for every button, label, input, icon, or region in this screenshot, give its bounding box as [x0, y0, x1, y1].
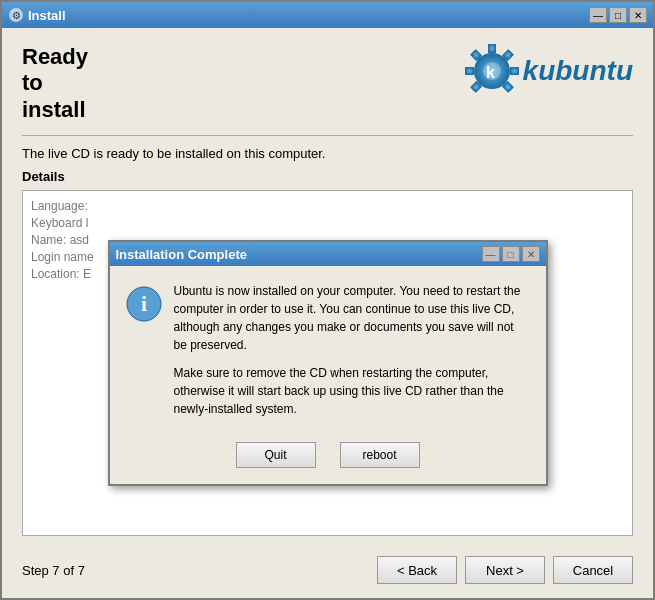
dialog-text-1: Ubuntu is now installed on your computer… [174, 282, 530, 354]
dialog-body: i Ubuntu is now installed on your comput… [110, 266, 546, 434]
subtitle-text: The live CD is ready to be installed on … [22, 146, 633, 161]
step-indicator: Step 7 of 7 [22, 563, 85, 578]
kubuntu-gear-icon: k [465, 44, 519, 98]
window-title: Install [28, 8, 66, 23]
dialog-maximize-button[interactable]: □ [502, 246, 520, 262]
title-bar-left: ⚙ Install [8, 7, 66, 23]
svg-rect-3 [488, 44, 496, 53]
reboot-button[interactable]: reboot [340, 442, 420, 468]
details-label: Details [22, 169, 633, 184]
minimize-button[interactable]: — [589, 7, 607, 23]
next-button[interactable]: Next > [465, 556, 545, 584]
title-bar-buttons[interactable]: — □ ✕ [589, 7, 647, 23]
maximize-button[interactable]: □ [609, 7, 627, 23]
dialog-text-2: Make sure to remove the CD when restarti… [174, 364, 530, 418]
dialog-overlay: Installation Complete — □ ✕ i [23, 191, 632, 535]
installation-complete-dialog: Installation Complete — □ ✕ i [108, 240, 548, 486]
details-box: Language: Keyboard l Name: asd Login nam… [22, 190, 633, 536]
svg-rect-8 [465, 67, 474, 75]
dialog-buttons: Quit reboot [110, 434, 546, 484]
title-bar: ⚙ Install — □ ✕ [2, 2, 653, 28]
header-row: Ready to install [22, 44, 633, 123]
dialog-message: Ubuntu is now installed on your computer… [174, 282, 530, 418]
svg-text:i: i [140, 291, 146, 316]
back-button[interactable]: < Back [377, 556, 457, 584]
main-content: Ready to install [2, 28, 653, 546]
info-icon: i [126, 286, 162, 322]
page-title: Ready to install [22, 44, 88, 123]
header-divider [22, 135, 633, 136]
close-button[interactable]: ✕ [629, 7, 647, 23]
dialog-title-bar: Installation Complete — □ ✕ [110, 242, 546, 266]
svg-rect-5 [510, 67, 519, 75]
footer-buttons: < Back Next > Cancel [377, 556, 633, 584]
dialog-title-buttons[interactable]: — □ ✕ [482, 246, 540, 262]
dialog-minimize-button[interactable]: — [482, 246, 500, 262]
window-icon: ⚙ [8, 7, 24, 23]
dialog-title: Installation Complete [116, 247, 247, 262]
brand-name: kubuntu [523, 55, 633, 87]
kubuntu-logo: k kubuntu [465, 44, 633, 98]
footer: Step 7 of 7 < Back Next > Cancel [2, 546, 653, 598]
svg-text:⚙: ⚙ [12, 10, 21, 21]
main-window: ⚙ Install — □ ✕ Ready to install [0, 0, 655, 600]
cancel-button[interactable]: Cancel [553, 556, 633, 584]
dialog-close-button[interactable]: ✕ [522, 246, 540, 262]
svg-text:k: k [486, 64, 495, 81]
quit-button[interactable]: Quit [236, 442, 316, 468]
